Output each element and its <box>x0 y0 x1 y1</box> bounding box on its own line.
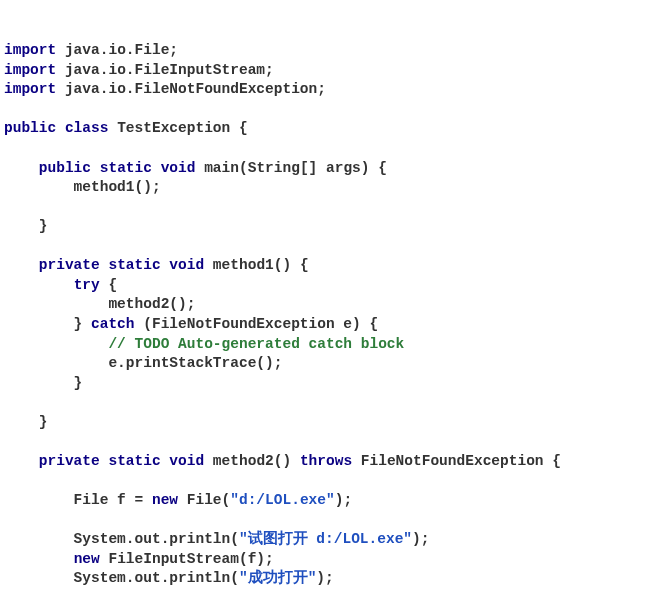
try-body: method2(); <box>4 296 195 312</box>
main-sig: main(String[] args) { <box>195 160 386 176</box>
kw-public: public <box>4 120 56 136</box>
pst: e.printStackTrace(); <box>4 355 282 371</box>
kw-new: new <box>152 492 178 508</box>
kw-static: static <box>108 257 160 273</box>
kw-try: try <box>74 277 100 293</box>
kw-import: import <box>4 62 56 78</box>
kw-void: void <box>169 453 204 469</box>
pkg: java.io.FileInputStream; <box>56 62 274 78</box>
string-literal: "试图打开 d:/LOL.exe" <box>239 531 412 547</box>
kw-catch: catch <box>91 316 135 332</box>
comment-todo: // TODO Auto-generated catch block <box>4 336 404 352</box>
kw-private: private <box>39 453 100 469</box>
kw-private: private <box>39 257 100 273</box>
pkg: java.io.FileNotFoundException; <box>56 81 326 97</box>
throws-type: FileNotFoundException { <box>352 453 561 469</box>
close-brace: } <box>4 414 48 430</box>
main-body: method1(); <box>4 179 161 195</box>
kw-static: static <box>100 160 152 176</box>
close-brace: } <box>4 218 48 234</box>
kw-class: class <box>65 120 109 136</box>
m1-sig: method1() { <box>204 257 308 273</box>
string-literal: "成功打开" <box>239 570 316 586</box>
kw-void: void <box>161 160 196 176</box>
class-decl: TestException { <box>108 120 247 136</box>
kw-throws: throws <box>300 453 352 469</box>
kw-public: public <box>39 160 91 176</box>
kw-import: import <box>4 81 56 97</box>
kw-new: new <box>74 551 100 567</box>
kw-void: void <box>169 257 204 273</box>
kw-static: static <box>108 453 160 469</box>
pkg: java.io.File; <box>56 42 178 58</box>
string-literal: "d:/LOL.exe" <box>230 492 334 508</box>
kw-import: import <box>4 42 56 58</box>
catch-sig: (FileNotFoundException e) { <box>135 316 379 332</box>
m2-sig: method2() <box>204 453 300 469</box>
code-block: import java.io.File; import java.io.File… <box>4 41 642 605</box>
close-brace: } <box>4 375 82 391</box>
